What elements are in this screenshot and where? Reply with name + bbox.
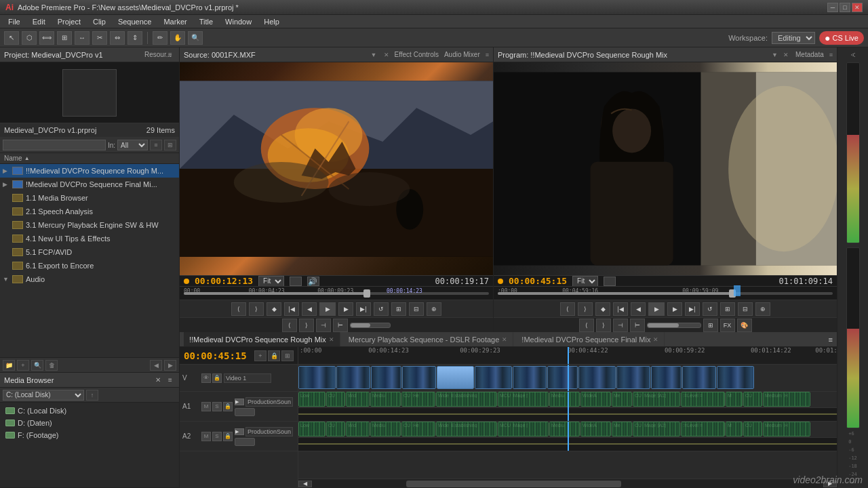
drive-item-1[interactable]: D: (Daten) [0,417,179,429]
video-clip-3[interactable] [402,366,436,389]
audio1-clip-7[interactable]: Mediu_ [549,392,580,407]
audio2-clip-10[interactable]: CU_Mage [A2] [633,422,680,436]
menu-project[interactable]: Project [52,16,86,27]
audio1-clip-8[interactable]: WideA_ [580,392,611,407]
program-step-back-button[interactable]: ◀ [631,302,646,316]
new-item-button[interactable]: + [17,360,29,371]
audio2-clip-5[interactable]: Wide_Establishing_ [436,422,497,436]
program-monitor-menu[interactable]: ≡ [829,52,833,58]
audio2-solo-button[interactable]: S [212,432,222,441]
video-clip-9[interactable] [616,366,650,389]
program-nudge-left-button[interactable]: ⟨ [579,319,594,332]
rolling-edit-button[interactable]: ⊞ [57,31,72,45]
ripple-edit-button[interactable]: ⟺ [39,31,54,45]
source-tab-audio[interactable]: Audio Mixer [444,51,480,58]
in-select[interactable]: All [117,140,148,150]
audio1-clip-10[interactable]: CU_Mage [A1] [633,392,680,407]
source-next-edit-button[interactable]: ▶| [356,302,371,316]
minimize-button[interactable]: ─ [827,3,838,12]
search-input[interactable] [3,140,106,150]
drive-item-0[interactable]: C: (Local Disk) [0,405,179,417]
video-clip-4[interactable] [437,366,474,389]
timeline-menu[interactable]: ≡ [829,336,833,344]
audio2-clip-13[interactable]: CU_ [743,422,762,436]
source-play-button[interactable]: ▶ [319,302,336,316]
source-nudge-right-button[interactable]: ⟩ [299,319,314,332]
project-item-7[interactable]: 6.1 Export to Encore [0,259,179,272]
menu-edit[interactable]: Edit [27,16,51,27]
audio2-expand-button[interactable]: ▶ [235,428,244,435]
audio1-clip-2[interactable]: Wid_ [346,392,370,407]
audio1-clip-11[interactable]: :=Level =_ [681,392,725,407]
source-tab-effect[interactable]: Effect Controls [395,51,439,58]
close-button[interactable]: ✕ [852,3,863,12]
prev-page-button[interactable]: ◀ [150,360,162,371]
audio2-clip-1[interactable]: CU_ [326,422,345,436]
menu-clip[interactable]: Clip [87,16,111,27]
program-settings-button[interactable] [604,277,616,286]
project-resources-tab[interactable]: Resour... [153,50,163,60]
project-item-0[interactable]: ▶ !!Medieval DVCPro Sequence Rough M... [0,164,179,178]
drive-select[interactable]: C: (Local Disk) [3,390,84,401]
audio2-clip-2[interactable]: Wid_ [346,422,370,436]
audio1-volume-knob[interactable] [235,408,255,416]
program-nudge-right-button[interactable]: ⟩ [596,319,611,332]
audio1-clip-6[interactable]: MCU_Mage [_ [498,392,549,407]
drive-item-2[interactable]: F: (Footage) [0,429,179,441]
program-lift-button[interactable]: ⊞ [720,302,735,316]
hand-tool-button[interactable]: ✋ [170,31,185,45]
timeline-scrollbar-x[interactable]: ◀ ▶ [298,479,837,488]
video-clip-1[interactable] [336,366,370,389]
project-item-3[interactable]: 2.1 Speech Analysis [0,205,179,218]
source-safe-btn[interactable]: ⊕ [427,302,441,316]
source-scrub-head[interactable] [363,289,370,298]
audio2-clip-8[interactable]: WideA_ [580,422,611,436]
project-item-5[interactable]: 4.1 New UI Tips & Effects [0,232,179,245]
next-page-button[interactable]: ▶ [164,360,176,371]
mb-up-button[interactable]: ↑ [86,390,98,401]
source-settings-button[interactable] [290,277,302,286]
project-item-1[interactable]: ▶ !Medieval DVCPro Sequence Final Mi... [0,178,179,191]
source-audio-button[interactable]: 🔊 [307,277,319,286]
video-clip-2[interactable] [371,366,401,389]
program-mark-in-button[interactable]: ⟨ [560,302,575,316]
menu-window[interactable]: Window [220,16,257,27]
tl-scroll-thumb[interactable] [406,481,622,487]
source-insert-button[interactable]: ⊞ [391,302,406,316]
program-extract-button[interactable]: ⊟ [738,302,753,316]
project-item-6[interactable]: 5.1 FCP/AVID [0,245,179,259]
program-step-fwd-button[interactable]: ▶ [667,302,682,316]
audio2-mute-button[interactable]: M [201,432,211,441]
source-close-icon[interactable]: ✕ [384,52,389,58]
source-step-back-button[interactable]: ◀ [302,302,317,316]
media-browser-menu[interactable]: ≡ [165,375,175,385]
maximize-button[interactable]: □ [840,3,850,12]
slide-tool-button[interactable]: ⇕ [127,31,142,45]
audio1-mute-button[interactable]: M [201,402,211,411]
source-prev-edit-button[interactable]: |◀ [284,302,299,316]
program-trim-in-button[interactable]: ⊣ [613,319,628,332]
video-clip-11[interactable] [682,366,716,389]
project-item-4[interactable]: 3.1 Mercury Playback Engine SW & HW [0,218,179,232]
video-track-name-input[interactable] [224,373,271,383]
tl-lock-button[interactable]: 🔒 [268,350,280,361]
program-timecode-in[interactable]: 00:00:45:15 [509,276,567,286]
slip-tool-button[interactable]: ⇔ [110,31,125,45]
menu-file[interactable]: File [3,16,26,27]
program-tab-metadata[interactable]: Metadata [795,51,824,58]
source-scrub-bar[interactable]: 00:00 00:00:04:23 00:00:09:23 00:00:14:2… [180,286,493,300]
project-panel-menu[interactable]: ≡ [165,50,175,60]
program-scrub-bar[interactable]: :00:00 00:04:59:16 00:09:59:09 [494,286,837,300]
program-prev-edit-button[interactable]: |◀ [613,302,628,316]
audio2-clip-3[interactable]: Mediu_ [370,422,401,436]
list-view-button[interactable]: ≡ [150,140,162,150]
source-trim-in-button[interactable]: ⊣ [316,319,331,332]
tl-add-track-button[interactable]: + [254,350,267,361]
audio1-clip-14[interactable]: Medium_H_ [763,392,810,407]
source-nudge-left-button[interactable]: ⟨ [282,319,297,332]
audio1-clip-9[interactable]: Me_ [612,392,632,407]
video-clip-8[interactable] [578,366,616,389]
source-fit-select[interactable]: Fit [258,276,284,287]
source-loop-button[interactable]: ↺ [374,302,389,316]
track-select-tool-button[interactable]: ⬡ [22,31,37,45]
